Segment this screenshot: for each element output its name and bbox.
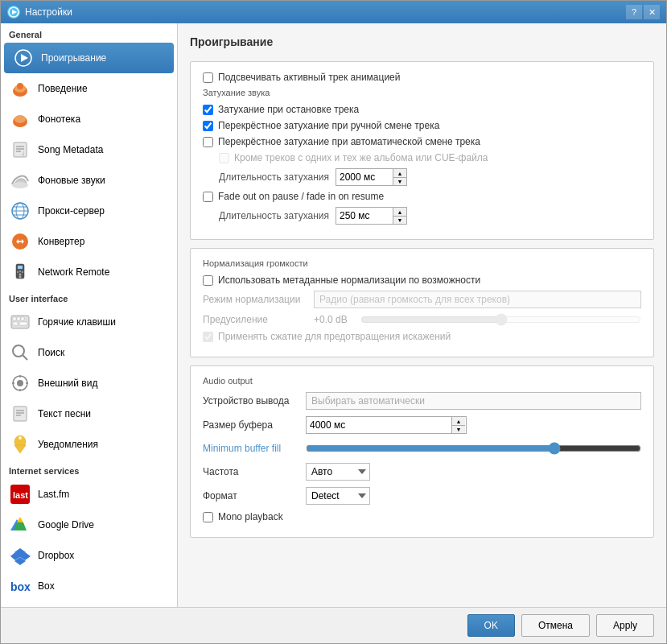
norm-mode-select[interactable]: Радио (равная громкость для всех треков) (314, 291, 641, 308)
ok-button[interactable]: OK (467, 614, 515, 637)
fade-duration-row: Длительность затухания ▲ ▼ (219, 168, 641, 186)
sidebar-item-box[interactable]: box Box (1, 571, 177, 601)
sidebar-item-library[interactable]: Фонотека (1, 104, 177, 134)
norm-mode-label: Режим нормализации (203, 294, 307, 305)
sidebar-item-search[interactable]: Поиск (1, 337, 177, 368)
crossfade-auto-label: Перекрёстное затухание при автоматическо… (218, 136, 480, 147)
general-section-label: General (1, 23, 177, 43)
crossfade-manual-row: Перекрёстное затухание при ручной смене … (203, 120, 641, 131)
use-metadata-checkbox[interactable] (203, 275, 213, 286)
use-metadata-label: Использовать метаданные нормализации по … (218, 275, 480, 286)
sidebar-item-lastfm[interactable]: last Last.fm (1, 479, 177, 510)
sidebar-item-label: Поиск (38, 347, 64, 358)
sidebar-item-label: Last.fm (38, 489, 69, 500)
fade-duration-spinbox: ▲ ▼ (336, 168, 407, 186)
fade-duration-input[interactable] (336, 170, 393, 184)
search-icon (9, 341, 31, 364)
use-metadata-row: Использовать метаданные нормализации по … (203, 275, 641, 286)
audio-output-panel: Audio output Устройство вывода Выбирать … (190, 365, 654, 538)
sidebar-item-label: Горячие клавиши (38, 316, 116, 328)
fade-section-label: Затухание звука (203, 88, 641, 97)
svg-point-48 (19, 436, 22, 440)
fade-pause-input[interactable] (336, 208, 393, 223)
help-button[interactable]: ? (626, 5, 642, 19)
except-album-checkbox[interactable] (219, 153, 229, 163)
frequency-label: Частота (203, 466, 299, 477)
sidebar-item-gdrive[interactable]: Google Drive (1, 510, 177, 540)
sidebar-item-dropbox[interactable]: Dropbox (1, 540, 177, 571)
min-buffer-slider-container (306, 440, 641, 456)
sidebar-item-onedrive[interactable]: OneDrive (1, 601, 177, 607)
crossfade-auto-checkbox[interactable] (203, 137, 213, 147)
prevent-clipping-checkbox[interactable] (203, 332, 213, 342)
svg-marker-53 (17, 517, 23, 522)
close-button[interactable]: ✕ (644, 5, 660, 19)
preamp-slider[interactable] (360, 313, 641, 326)
spinbox-down-btn[interactable]: ▼ (393, 177, 406, 185)
sidebar-item-proxy[interactable]: Прокси-сервер (1, 196, 177, 226)
remote-icon (9, 261, 31, 283)
svg-point-6 (17, 83, 23, 89)
animate-track-label: Подсвечивать активный трек анимацией (218, 72, 400, 83)
fade-stop-label: Затухание при остановке трека (218, 104, 359, 115)
sidebar-item-label: Dropbox (38, 550, 74, 561)
except-album-row: Кроме треков с одних и тех же альбома ил… (219, 152, 641, 163)
fade-stop-checkbox[interactable] (203, 105, 213, 115)
min-buffer-row: Minimum buffer fill (203, 440, 641, 456)
svg-text:last: last (13, 490, 28, 500)
sidebar-item-notifications[interactable]: Уведомления (1, 429, 177, 460)
animate-track-row: Подсвечивать активный трек анимацией (203, 72, 641, 83)
min-buffer-slider[interactable] (306, 442, 641, 455)
sidebar-item-remote[interactable]: Network Remote (1, 257, 177, 287)
title-bar-buttons: ? ✕ (626, 5, 660, 19)
buffer-down-btn[interactable]: ▼ (452, 425, 465, 433)
mono-row: Mono playback (203, 511, 641, 522)
cancel-button[interactable]: Отмена (521, 614, 590, 637)
svg-rect-31 (21, 317, 24, 320)
content-area: General Проигрывание (1, 23, 666, 607)
svg-rect-29 (13, 317, 16, 320)
internet-section-label: Internet services (1, 460, 177, 479)
buffer-input[interactable] (307, 418, 451, 432)
sidebar-item-label: Конвертер (38, 236, 84, 247)
gdrive-icon (9, 514, 31, 536)
sidebar-item-hotkeys[interactable]: Горячие клавиши (1, 307, 177, 337)
title-bar: Настройки ? ✕ (1, 1, 666, 23)
spinbox2-down-btn[interactable]: ▼ (393, 216, 406, 224)
sidebar-item-label: Внешний вид (38, 378, 97, 389)
crossfade-manual-checkbox[interactable] (203, 121, 213, 131)
buffer-up-btn[interactable]: ▲ (452, 417, 465, 425)
main-content: Проигрывание Подсвечивать активный трек … (178, 23, 666, 607)
frequency-select[interactable]: Авто (306, 463, 370, 481)
format-select[interactable]: Detect (306, 487, 370, 505)
sidebar-item-playback[interactable]: Проигрывание (4, 43, 174, 73)
apply-button[interactable]: Apply (596, 614, 654, 637)
output-device-row: Устройство вывода Выбирать автоматически (203, 392, 641, 410)
prevent-clipping-row: Применять сжатие для предотвращения иска… (203, 331, 641, 342)
box-icon: box (9, 575, 31, 597)
sidebar-item-converter[interactable]: Конвертер (1, 226, 177, 257)
sidebar-item-appearance[interactable]: Внешний вид (1, 368, 177, 398)
fade-pause-row: Fade out on pause / fade in on resume (203, 191, 641, 202)
svg-point-34 (13, 345, 24, 357)
sidebar-item-label: Box (38, 580, 55, 592)
animate-track-checkbox[interactable] (203, 72, 213, 83)
appearance-icon (9, 372, 31, 394)
spinbox-up-btn[interactable]: ▲ (393, 169, 406, 177)
normalization-section-label: Нормализация громкости (203, 258, 641, 268)
spinbox2-up-btn[interactable]: ▲ (393, 208, 406, 216)
output-device-select[interactable]: Выбирать автоматически (306, 392, 641, 410)
normalization-panel: Нормализация громкости Использовать мета… (190, 248, 654, 357)
sidebar-item-lyrics[interactable]: Текст песни (1, 398, 177, 429)
sidebar-item-metadata[interactable]: ♩ Song Metadata (1, 134, 177, 165)
prevent-clipping-label: Применять сжатие для предотвращения иска… (218, 331, 451, 342)
sidebar-item-label: Прокси-сервер (38, 205, 105, 217)
fade-pause-checkbox[interactable] (203, 192, 213, 202)
norm-mode-row: Режим нормализации Радио (равная громкос… (203, 291, 641, 308)
preamp-label: Предусиление (203, 314, 307, 325)
mono-checkbox[interactable] (203, 512, 213, 522)
sidebar-item-ambient[interactable]: Фоновые звуки (1, 165, 177, 196)
sidebar-item-behavior[interactable]: Поведение (1, 73, 177, 104)
svg-text:♩: ♩ (22, 151, 24, 156)
svg-rect-42 (14, 407, 27, 421)
